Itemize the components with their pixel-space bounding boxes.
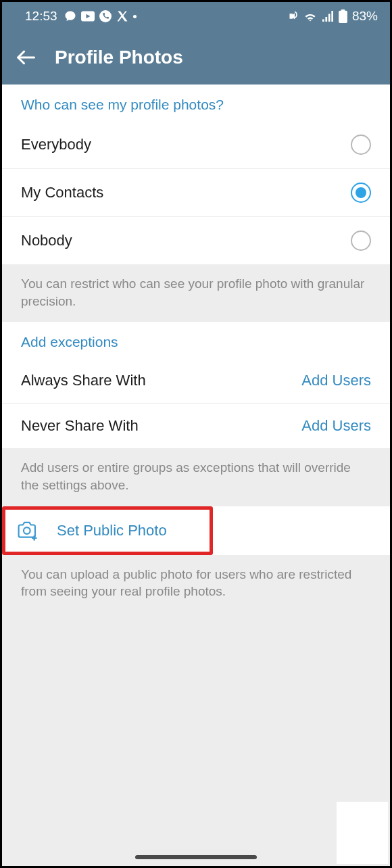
status-battery: 83% bbox=[352, 9, 378, 24]
more-dot-icon bbox=[133, 15, 137, 18]
status-bar: 12:53 83% bbox=[2, 2, 390, 30]
radio-unselected-icon bbox=[351, 231, 371, 251]
set-public-photo-button[interactable]: Set Public Photo bbox=[5, 510, 210, 552]
chat-icon bbox=[64, 10, 76, 22]
option-nobody[interactable]: Nobody bbox=[2, 217, 390, 264]
public-photo-footer: You can upload a public photo for users … bbox=[2, 555, 390, 612]
row-label: Always Share With bbox=[21, 372, 146, 389]
content: Who can see my profile photos? Everybody… bbox=[2, 85, 390, 866]
add-users-link[interactable]: Add Users bbox=[301, 372, 371, 389]
option-everybody[interactable]: Everybody bbox=[2, 121, 390, 169]
row-label: Never Share With bbox=[21, 417, 139, 435]
bottom-overlay bbox=[337, 802, 388, 864]
visibility-section-header: Who can see my profile photos? bbox=[2, 85, 390, 121]
svg-point-1 bbox=[99, 10, 112, 22]
cellular-icon bbox=[322, 11, 334, 22]
exceptions-section-header: Add exceptions bbox=[2, 322, 390, 358]
wifi-icon bbox=[303, 11, 317, 22]
set-public-photo-label: Set Public Photo bbox=[57, 522, 167, 539]
row-never-share[interactable]: Never Share With Add Users bbox=[2, 404, 390, 448]
phone-circle-icon bbox=[99, 10, 112, 22]
camera-add-icon bbox=[14, 521, 39, 541]
svg-rect-3 bbox=[341, 9, 345, 11]
youtube-icon bbox=[81, 11, 95, 22]
voip-icon bbox=[287, 11, 299, 21]
row-always-share[interactable]: Always Share With Add Users bbox=[2, 358, 390, 404]
option-my-contacts[interactable]: My Contacts bbox=[2, 169, 390, 217]
arrow-left-icon bbox=[16, 47, 36, 68]
page-title: Profile Photos bbox=[55, 47, 183, 68]
status-time: 12:53 bbox=[25, 9, 57, 24]
add-users-link[interactable]: Add Users bbox=[301, 417, 371, 435]
battery-icon bbox=[339, 9, 347, 23]
option-label: Nobody bbox=[21, 232, 72, 249]
exceptions-footer: Add users or entire groups as exceptions… bbox=[2, 448, 390, 506]
app-bar: Profile Photos bbox=[2, 30, 390, 85]
visibility-footer: You can restrict who can see your profil… bbox=[2, 264, 390, 322]
x-icon bbox=[116, 10, 128, 22]
status-notification-icons bbox=[64, 10, 137, 22]
nav-handle[interactable] bbox=[135, 855, 257, 859]
back-button[interactable] bbox=[16, 47, 36, 68]
option-label: Everybody bbox=[21, 136, 91, 153]
highlight-annotation: Set Public Photo bbox=[2, 506, 213, 555]
svg-point-6 bbox=[24, 527, 30, 534]
radio-selected-icon bbox=[351, 183, 371, 203]
status-right-icons: 83% bbox=[287, 9, 378, 24]
option-label: My Contacts bbox=[21, 184, 103, 201]
radio-unselected-icon bbox=[351, 135, 371, 155]
